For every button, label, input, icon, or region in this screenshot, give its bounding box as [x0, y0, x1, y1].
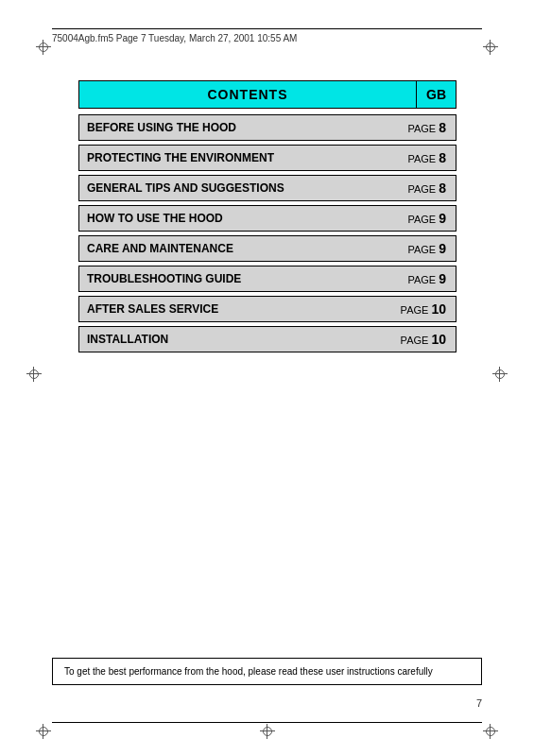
crosshair-top-left [36, 40, 51, 55]
toc-row-page: PAGE 9 [398, 206, 456, 231]
toc-row-page: PAGE 8 [398, 115, 456, 140]
toc-row: GENERAL TIPS AND SUGGESTIONS PAGE 8 [78, 175, 456, 201]
footer-note: To get the best performance from the hoo… [52, 658, 482, 685]
page-label: PAGE [401, 304, 432, 316]
bottom-bar [52, 722, 482, 723]
toc-row-page: PAGE 9 [398, 266, 456, 291]
crosshair-bottom-right [483, 724, 498, 739]
contents-table: CONTENTS GB BEFORE USING THE HOOD PAGE 8… [78, 80, 456, 356]
page-label: PAGE [407, 153, 439, 164]
crosshair-bottom-left [36, 724, 51, 739]
toc-row-title: BEFORE USING THE HOOD [79, 116, 398, 139]
page-label: PAGE [407, 183, 439, 195]
file-info: 75004Agb.fm5 Page 7 Tuesday, March 27, 2… [52, 33, 297, 43]
toc-row: HOW TO USE THE HOOD PAGE 9 [78, 205, 456, 232]
toc-row: AFTER SALES SERVICE PAGE 10 [78, 296, 456, 322]
crosshair-mid-right [492, 367, 508, 382]
toc-row-title: HOW TO USE THE HOOD [79, 207, 398, 230]
contents-title: CONTENTS [78, 80, 416, 109]
page-num: 10 [431, 301, 446, 317]
page-label: PAGE [407, 123, 439, 134]
contents-header-row: CONTENTS GB [78, 80, 456, 109]
toc-row: BEFORE USING THE HOOD PAGE 8 [78, 114, 456, 141]
gb-badge: GB [416, 80, 456, 109]
crosshair-top-right [483, 40, 498, 55]
toc-row-title: PROTECTING THE ENVIRONMENT [79, 146, 398, 169]
page-label: PAGE [407, 244, 439, 255]
header-bar: 75004Agb.fm5 Page 7 Tuesday, March 27, 2… [52, 28, 482, 43]
page-num: 8 [439, 120, 446, 135]
toc-row-title: GENERAL TIPS AND SUGGESTIONS [79, 177, 398, 199]
page-label: PAGE [407, 274, 439, 285]
toc-row: INSTALLATION PAGE 10 [78, 326, 456, 352]
toc-row-title: CARE AND MAINTENANCE [79, 237, 398, 260]
page-num: 9 [439, 211, 446, 226]
toc-row-page: PAGE 8 [398, 146, 456, 170]
toc-row: TROUBLESHOOTING GUIDE PAGE 9 [78, 266, 456, 292]
toc-row-page: PAGE 10 [391, 327, 456, 352]
page-num: 8 [439, 150, 446, 165]
crosshair-bottom-center [260, 724, 275, 739]
toc-rows: BEFORE USING THE HOOD PAGE 8 PROTECTING … [78, 114, 456, 352]
page-num: 9 [439, 271, 446, 286]
page-label: PAGE [401, 335, 432, 346]
page-num: 10 [431, 332, 446, 347]
toc-row-page: PAGE 10 [391, 297, 456, 321]
toc-row-page: PAGE 9 [398, 236, 456, 261]
page-num: 9 [439, 241, 446, 256]
toc-row-title: TROUBLESHOOTING GUIDE [79, 267, 398, 290]
toc-row-title: INSTALLATION [79, 328, 391, 351]
crosshair-mid-left [26, 367, 42, 382]
page-number: 7 [476, 697, 482, 709]
footer-note-text: To get the best performance from the hoo… [64, 666, 433, 677]
page-num: 8 [439, 180, 446, 196]
toc-row-title: AFTER SALES SERVICE [79, 298, 391, 320]
page-label: PAGE [407, 214, 439, 225]
page: 75004Agb.fm5 Page 7 Tuesday, March 27, 2… [0, 0, 534, 756]
toc-row: CARE AND MAINTENANCE PAGE 9 [78, 235, 456, 262]
toc-row: PROTECTING THE ENVIRONMENT PAGE 8 [78, 145, 456, 171]
toc-row-page: PAGE 8 [398, 176, 456, 200]
